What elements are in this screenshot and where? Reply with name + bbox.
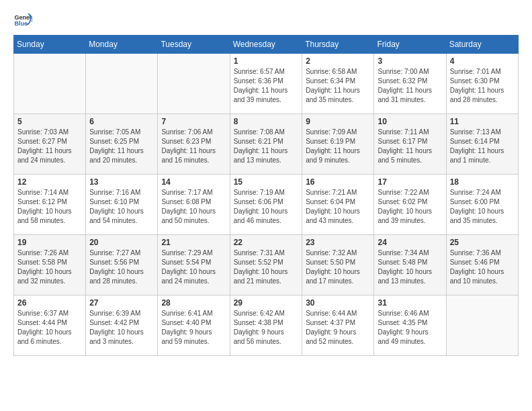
calendar-cell: 10Sunrise: 7:11 AM Sunset: 6:17 PM Dayli… xyxy=(374,114,446,175)
day-number: 12 xyxy=(17,177,82,187)
day-number: 3 xyxy=(378,56,442,66)
day-number: 1 xyxy=(234,56,299,66)
day-number: 15 xyxy=(234,177,299,187)
header-monday: Monday xyxy=(86,36,158,54)
day-number: 10 xyxy=(378,117,442,126)
calendar-week-4: 19Sunrise: 7:26 AM Sunset: 5:58 PM Dayli… xyxy=(14,235,519,295)
day-info: Sunrise: 7:05 AM Sunset: 6:25 PM Dayligh… xyxy=(89,128,154,165)
day-number: 30 xyxy=(306,298,370,308)
day-number: 2 xyxy=(306,56,370,66)
calendar-cell xyxy=(86,54,158,114)
day-info: Sunrise: 6:57 AM Sunset: 6:36 PM Dayligh… xyxy=(234,67,299,105)
day-number: 9 xyxy=(306,117,370,126)
calendar-cell: 25Sunrise: 7:36 AM Sunset: 5:46 PM Dayli… xyxy=(446,235,518,295)
calendar-cell: 18Sunrise: 7:24 AM Sunset: 6:00 PM Dayli… xyxy=(446,175,518,235)
calendar-cell: 13Sunrise: 7:16 AM Sunset: 6:10 PM Dayli… xyxy=(86,175,158,235)
calendar-cell: 17Sunrise: 7:22 AM Sunset: 6:02 PM Dayli… xyxy=(374,175,446,235)
day-info: Sunrise: 7:36 AM Sunset: 5:46 PM Dayligh… xyxy=(450,248,515,286)
calendar-week-2: 5Sunrise: 7:03 AM Sunset: 6:27 PM Daylig… xyxy=(14,114,519,175)
calendar-cell xyxy=(446,295,518,356)
day-info: Sunrise: 7:27 AM Sunset: 5:56 PM Dayligh… xyxy=(89,248,154,286)
page-header: General Blue xyxy=(13,11,519,30)
day-info: Sunrise: 7:11 AM Sunset: 6:17 PM Dayligh… xyxy=(378,128,442,165)
day-number: 6 xyxy=(89,117,154,126)
day-info: Sunrise: 6:44 AM Sunset: 4:37 PM Dayligh… xyxy=(306,309,370,347)
calendar-cell: 21Sunrise: 7:29 AM Sunset: 5:54 PM Dayli… xyxy=(158,235,230,295)
day-info: Sunrise: 6:46 AM Sunset: 4:35 PM Dayligh… xyxy=(378,309,442,347)
day-number: 4 xyxy=(450,56,515,66)
day-number: 5 xyxy=(17,117,82,126)
day-number: 19 xyxy=(17,238,82,247)
calendar-cell: 23Sunrise: 7:32 AM Sunset: 5:50 PM Dayli… xyxy=(302,235,374,295)
day-info: Sunrise: 6:42 AM Sunset: 4:38 PM Dayligh… xyxy=(234,309,299,347)
calendar-week-3: 12Sunrise: 7:14 AM Sunset: 6:12 PM Dayli… xyxy=(14,175,519,235)
calendar-cell: 5Sunrise: 7:03 AM Sunset: 6:27 PM Daylig… xyxy=(14,114,86,175)
header-saturday: Saturday xyxy=(446,36,518,54)
calendar-cell: 26Sunrise: 6:37 AM Sunset: 4:44 PM Dayli… xyxy=(14,295,86,356)
day-number: 16 xyxy=(306,177,370,187)
day-info: Sunrise: 6:39 AM Sunset: 4:42 PM Dayligh… xyxy=(89,309,154,347)
day-number: 22 xyxy=(234,238,299,247)
day-number: 20 xyxy=(89,238,154,247)
calendar-cell: 6Sunrise: 7:05 AM Sunset: 6:25 PM Daylig… xyxy=(86,114,158,175)
calendar-cell: 15Sunrise: 7:19 AM Sunset: 6:06 PM Dayli… xyxy=(230,175,302,235)
day-number: 13 xyxy=(89,177,154,187)
day-info: Sunrise: 7:24 AM Sunset: 6:00 PM Dayligh… xyxy=(450,188,515,226)
calendar-cell: 19Sunrise: 7:26 AM Sunset: 5:58 PM Dayli… xyxy=(14,235,86,295)
calendar-cell: 29Sunrise: 6:42 AM Sunset: 4:38 PM Dayli… xyxy=(230,295,302,356)
day-info: Sunrise: 7:14 AM Sunset: 6:12 PM Dayligh… xyxy=(17,188,82,226)
day-number: 17 xyxy=(378,177,442,187)
calendar-cell: 3Sunrise: 7:00 AM Sunset: 6:32 PM Daylig… xyxy=(374,54,446,114)
day-info: Sunrise: 7:32 AM Sunset: 5:50 PM Dayligh… xyxy=(306,248,370,286)
calendar-cell xyxy=(158,54,230,114)
calendar-cell: 24Sunrise: 7:34 AM Sunset: 5:48 PM Dayli… xyxy=(374,235,446,295)
svg-text:Blue: Blue xyxy=(14,20,28,27)
day-number: 11 xyxy=(450,117,515,126)
day-info: Sunrise: 7:17 AM Sunset: 6:08 PM Dayligh… xyxy=(161,188,226,226)
calendar-cell: 27Sunrise: 6:39 AM Sunset: 4:42 PM Dayli… xyxy=(86,295,158,356)
day-info: Sunrise: 6:41 AM Sunset: 4:40 PM Dayligh… xyxy=(161,309,226,347)
day-info: Sunrise: 7:22 AM Sunset: 6:02 PM Dayligh… xyxy=(378,188,442,226)
day-number: 27 xyxy=(89,298,154,308)
header-wednesday: Wednesday xyxy=(230,36,302,54)
day-info: Sunrise: 7:29 AM Sunset: 5:54 PM Dayligh… xyxy=(161,248,226,286)
day-info: Sunrise: 7:03 AM Sunset: 6:27 PM Dayligh… xyxy=(17,128,82,165)
header-thursday: Thursday xyxy=(302,36,374,54)
calendar-cell: 20Sunrise: 7:27 AM Sunset: 5:56 PM Dayli… xyxy=(86,235,158,295)
day-number: 23 xyxy=(306,238,370,247)
header-friday: Friday xyxy=(374,36,446,54)
day-info: Sunrise: 7:13 AM Sunset: 6:14 PM Dayligh… xyxy=(450,128,515,165)
calendar-cell: 11Sunrise: 7:13 AM Sunset: 6:14 PM Dayli… xyxy=(446,114,518,175)
logo-icon: General Blue xyxy=(13,11,32,30)
day-number: 29 xyxy=(234,298,299,308)
calendar-table: SundayMondayTuesdayWednesdayThursdayFrid… xyxy=(13,35,519,356)
calendar-cell: 12Sunrise: 7:14 AM Sunset: 6:12 PM Dayli… xyxy=(14,175,86,235)
calendar-cell: 2Sunrise: 6:58 AM Sunset: 6:34 PM Daylig… xyxy=(302,54,374,114)
calendar-cell: 9Sunrise: 7:09 AM Sunset: 6:19 PM Daylig… xyxy=(302,114,374,175)
calendar-cell: 30Sunrise: 6:44 AM Sunset: 4:37 PM Dayli… xyxy=(302,295,374,356)
header-tuesday: Tuesday xyxy=(158,36,230,54)
day-number: 24 xyxy=(378,238,442,247)
day-number: 26 xyxy=(17,298,82,308)
day-number: 8 xyxy=(234,117,299,126)
calendar-cell: 8Sunrise: 7:08 AM Sunset: 6:21 PM Daylig… xyxy=(230,114,302,175)
calendar-week-1: 1Sunrise: 6:57 AM Sunset: 6:36 PM Daylig… xyxy=(14,54,519,114)
calendar-cell: 28Sunrise: 6:41 AM Sunset: 4:40 PM Dayli… xyxy=(158,295,230,356)
day-info: Sunrise: 6:58 AM Sunset: 6:34 PM Dayligh… xyxy=(306,67,370,105)
day-number: 25 xyxy=(450,238,515,247)
header-sunday: Sunday xyxy=(14,36,86,54)
day-info: Sunrise: 7:00 AM Sunset: 6:32 PM Dayligh… xyxy=(378,67,442,105)
calendar-cell: 1Sunrise: 6:57 AM Sunset: 6:36 PM Daylig… xyxy=(230,54,302,114)
calendar-cell xyxy=(14,54,86,114)
day-number: 31 xyxy=(378,298,442,308)
day-info: Sunrise: 7:16 AM Sunset: 6:10 PM Dayligh… xyxy=(89,188,154,226)
day-info: Sunrise: 6:37 AM Sunset: 4:44 PM Dayligh… xyxy=(17,309,82,347)
calendar-cell: 31Sunrise: 6:46 AM Sunset: 4:35 PM Dayli… xyxy=(374,295,446,356)
day-info: Sunrise: 7:34 AM Sunset: 5:48 PM Dayligh… xyxy=(378,248,442,286)
day-info: Sunrise: 7:08 AM Sunset: 6:21 PM Dayligh… xyxy=(234,128,299,165)
calendar-cell: 7Sunrise: 7:06 AM Sunset: 6:23 PM Daylig… xyxy=(158,114,230,175)
day-number: 21 xyxy=(161,238,226,247)
day-info: Sunrise: 7:06 AM Sunset: 6:23 PM Dayligh… xyxy=(161,128,226,165)
logo: General Blue xyxy=(13,11,32,30)
calendar-week-5: 26Sunrise: 6:37 AM Sunset: 4:44 PM Dayli… xyxy=(14,295,519,356)
